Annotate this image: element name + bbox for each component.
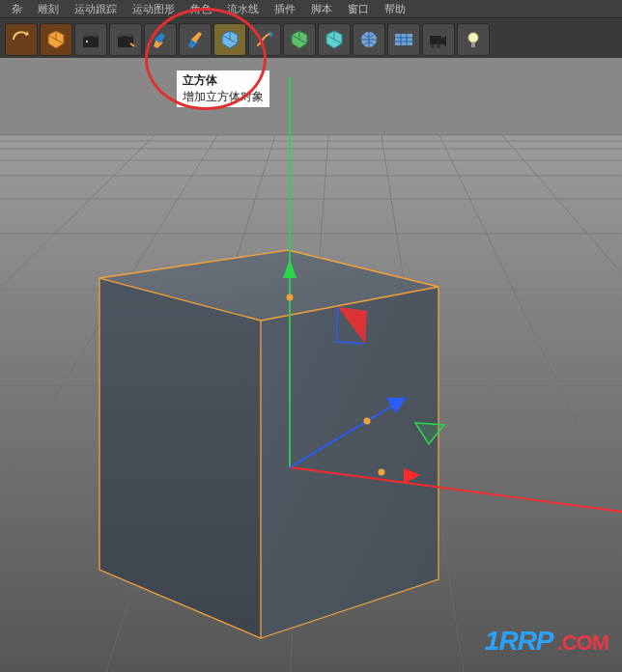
watermark-suffix: .COM: [557, 630, 608, 655]
svg-point-44: [364, 418, 371, 425]
animation-button-a[interactable]: [74, 23, 107, 56]
menu-item-mograph[interactable]: 运动图形: [125, 2, 183, 16]
svg-point-38: [379, 469, 385, 476]
tooltip-cube: 立方体 增加立方体对象: [176, 70, 270, 108]
animation-button-b[interactable]: [109, 23, 142, 56]
svg-point-12: [468, 33, 478, 42]
light-button[interactable]: [457, 23, 490, 56]
toolbar: [0, 17, 622, 62]
watermark-main: 1RRP: [485, 626, 553, 656]
menu-bar: 杂 雕刻 运动跟踪 运动图形 角色 流水线 插件 脚本 窗口 帮助: [0, 0, 622, 17]
deformer-button[interactable]: [318, 23, 351, 56]
svg-point-3: [86, 41, 88, 42]
camera-button[interactable]: [422, 23, 455, 56]
tooltip-title: 立方体: [183, 72, 264, 89]
svg-rect-9: [430, 36, 441, 44]
cube-object[interactable]: [99, 250, 438, 638]
svg-rect-0: [83, 36, 99, 47]
menu-item-pipeline[interactable]: 流水线: [219, 2, 267, 16]
menu-item-sculpt[interactable]: 雕刻: [30, 2, 67, 16]
svg-rect-13: [471, 42, 475, 47]
svg-rect-8: [395, 34, 412, 45]
spline-pen-button[interactable]: [248, 23, 281, 56]
cube-primitive-button[interactable]: [213, 23, 246, 56]
menu-item-motion-tracker[interactable]: 运动跟踪: [67, 2, 125, 16]
viewport-3d[interactable]: [0, 58, 622, 672]
menu-item-window[interactable]: 窗口: [340, 2, 377, 16]
svg-point-11: [437, 44, 440, 48]
menu-item-misc[interactable]: 杂: [4, 2, 30, 16]
svg-point-41: [287, 294, 294, 301]
cube-orange-button[interactable]: [40, 23, 72, 56]
pen-button-a[interactable]: [144, 23, 177, 56]
svg-rect-14: [0, 58, 622, 135]
menu-item-character[interactable]: 角色: [183, 2, 219, 16]
watermark: 1RRP.COM: [485, 628, 608, 655]
svg-rect-4: [118, 36, 133, 47]
tooltip-desc: 增加立方体对象: [183, 89, 264, 105]
menu-item-plugins[interactable]: 插件: [267, 2, 303, 16]
svg-marker-35: [261, 287, 438, 638]
floor-button[interactable]: [387, 23, 420, 56]
menu-item-help[interactable]: 帮助: [377, 2, 413, 16]
svg-point-10: [431, 44, 435, 48]
pen-button-b[interactable]: [179, 23, 212, 56]
menu-item-script[interactable]: 脚本: [303, 2, 340, 16]
environment-button[interactable]: [353, 23, 385, 56]
undo-button[interactable]: [5, 23, 38, 56]
generator-button[interactable]: [283, 23, 316, 56]
